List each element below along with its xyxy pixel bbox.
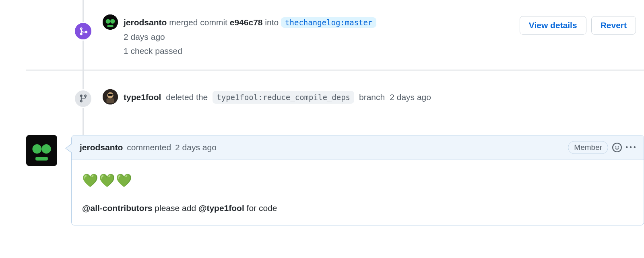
avatar-type1fool[interactable] (103, 89, 118, 104)
emoji-reaction-button[interactable] (612, 143, 622, 152)
comment: jerodsanto commented 2 days ago Member (26, 135, 644, 225)
section-divider (26, 70, 644, 71)
svg-point-1 (106, 19, 110, 23)
svg-rect-3 (107, 25, 113, 27)
merge-action-prefix: merged commit (169, 18, 227, 27)
target-branch-label[interactable]: thechangelog:master (281, 17, 376, 28)
merge-time: 2 days ago (124, 31, 512, 43)
delete-time: 2 days ago (390, 91, 431, 104)
delete-action-suffix: branch (359, 91, 385, 104)
mention-type1fool[interactable]: @type1fool (198, 203, 244, 213)
revert-button[interactable]: Revert (591, 16, 636, 35)
branch-badge (74, 89, 93, 108)
svg-point-2 (110, 19, 115, 23)
comment-body: 💚💚💚 @all-contributors please add @type1f… (72, 160, 644, 225)
svg-point-9 (32, 144, 41, 154)
svg-rect-0 (103, 14, 118, 30)
smiley-icon (612, 143, 622, 152)
comment-text-suffix: for code (247, 203, 277, 213)
merge-author[interactable]: jerodsanto (124, 18, 167, 27)
comment-caret (65, 143, 72, 153)
check-status: 1 check passed (124, 45, 512, 57)
kebab-icon (626, 143, 636, 152)
view-details-button[interactable]: View details (520, 16, 586, 35)
svg-rect-6 (107, 98, 114, 102)
comment-author[interactable]: jerodsanto (80, 143, 123, 152)
git-merge-icon (79, 27, 88, 36)
comment-text-mid: please add (155, 203, 196, 213)
role-badge: Member (568, 141, 608, 154)
delete-action-prefix: deleted the (166, 91, 208, 104)
avatar-jerodsanto[interactable] (103, 14, 118, 30)
comment-action: commented (127, 143, 171, 152)
merge-badge (74, 22, 93, 41)
mention-all-contributors[interactable]: @all-contributors (82, 203, 152, 213)
git-branch-icon (79, 94, 88, 103)
svg-rect-11 (35, 156, 48, 160)
merge-event: jerodsanto merged commit e946c78 into th… (26, 0, 644, 66)
delete-branch-event: type1fool deleted the type1fool:reduce_c… (26, 75, 644, 119)
deleted-branch-label: type1fool:reduce_compile_deps (213, 91, 354, 104)
commit-sha-link[interactable]: e946c78 (230, 18, 263, 27)
delete-author[interactable]: type1fool (124, 91, 161, 104)
svg-rect-7 (108, 94, 112, 96)
merge-action-mid: into (265, 18, 279, 27)
comment-hearts: 💚💚💚 (82, 170, 633, 191)
svg-point-10 (42, 144, 51, 154)
comment-avatar-jerodsanto[interactable] (26, 135, 57, 166)
comment-header: jerodsanto commented 2 days ago Member (72, 135, 644, 160)
comment-time[interactable]: 2 days ago (175, 143, 217, 152)
svg-rect-8 (26, 135, 57, 166)
comment-menu-button[interactable] (626, 143, 636, 152)
